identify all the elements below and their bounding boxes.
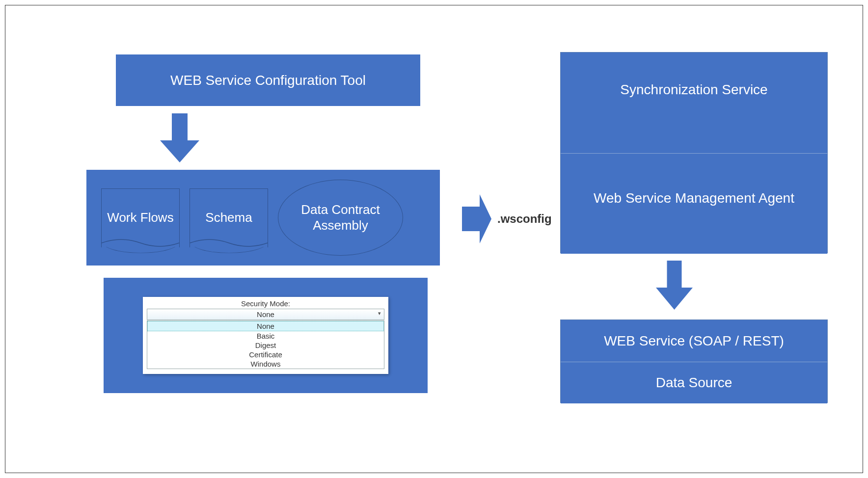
arrow-right-icon [462,194,491,243]
right-top-container: Synchronization Service Web Service Mana… [560,52,828,253]
sync-service-label: Synchronization Service [620,82,767,98]
security-option-none[interactable]: None [147,321,384,331]
security-option-basic[interactable]: Basic [147,331,384,341]
web-service-label: WEB Service (SOAP / REST) [604,333,784,349]
sync-service-box: Synchronization Service [561,53,827,153]
right-bottom-container: WEB Service (SOAP / REST) Data Source [560,319,828,403]
management-agent-box: Web Service Management Agent [561,153,827,254]
schema-doc-shape: Schema [190,188,268,247]
security-container-box: Security Mode: None None Basic Digest Ce… [104,278,428,393]
security-option-windows[interactable]: Windows [147,359,384,369]
workflows-label: Work Flows [107,210,173,225]
security-selected-value: None [257,310,274,319]
security-option-certificate[interactable]: Certificate [147,350,384,359]
security-options-list: None Basic Digest Certificate Windows [147,320,384,369]
management-agent-label: Web Service Management Agent [594,190,794,206]
web-service-box: WEB Service (SOAP / REST) [561,320,827,362]
diagram-canvas: WEB Service Configuration Tool Work Flow… [5,5,863,473]
schema-label: Schema [205,210,252,225]
wsconfig-label: .wsconfig [497,212,552,226]
arrow-down-icon [160,113,199,162]
wsconfig-arrow-block: .wsconfig [462,194,552,243]
config-tool-box: WEB Service Configuration Tool [116,54,420,106]
data-source-label: Data Source [656,375,732,391]
security-mode-label: Security Mode: [147,299,384,308]
assembly-ellipse-shape: Data Contract Assembly [278,180,403,256]
arrow-down-right-icon [656,261,693,310]
security-mode-dropdown[interactable]: None [147,309,384,320]
workflows-doc-shape: Work Flows [101,188,180,247]
workflow-container-box: Work Flows Schema Data Contract Assembly [86,170,440,266]
security-option-digest[interactable]: Digest [147,341,384,350]
security-panel: Security Mode: None None Basic Digest Ce… [143,297,388,374]
assembly-label: Data Contract Assembly [278,202,403,233]
data-source-box: Data Source [561,362,827,403]
config-tool-label: WEB Service Configuration Tool [170,73,366,88]
